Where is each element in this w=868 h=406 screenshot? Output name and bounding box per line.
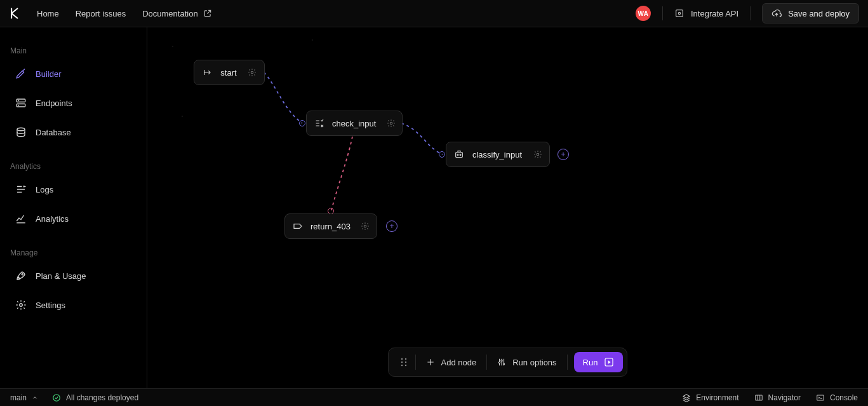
nav-home[interactable]: Home <box>37 9 59 18</box>
node-start[interactable]: start <box>194 60 265 85</box>
map-icon <box>754 393 763 402</box>
svg-point-6 <box>17 128 25 131</box>
svg-point-56 <box>458 154 459 156</box>
node-classify-input[interactable]: classify_input <box>446 142 550 167</box>
sidebar-item-builder[interactable]: Builder <box>0 59 147 88</box>
analytics-icon <box>15 213 27 224</box>
sliders-icon <box>497 358 506 367</box>
node-check-input[interactable]: check_input <box>306 111 403 136</box>
svg-point-4 <box>18 100 19 101</box>
add-output-port[interactable]: + <box>558 149 569 160</box>
gear-icon[interactable] <box>247 67 258 78</box>
sidebar-item-database[interactable]: Database <box>0 118 147 147</box>
gear-icon[interactable] <box>361 220 370 232</box>
branch-label: main <box>10 393 27 402</box>
svg-point-61 <box>404 358 406 360</box>
save-deploy-button[interactable]: Save and deploy <box>762 3 859 24</box>
topbar-right: WA Integrate API Save and deploy <box>636 3 859 24</box>
console-label: Console <box>830 393 858 402</box>
sidebar-item-label: Database <box>36 128 71 137</box>
plus-icon <box>426 358 435 367</box>
statusbar: main All changes deployed Environment Na… <box>0 388 868 406</box>
svg-point-59 <box>364 225 367 227</box>
add-node-button[interactable]: Add node <box>416 353 487 372</box>
sidebar-group-analytics: Analytics <box>0 156 147 175</box>
deploy-status-label: All changes deployed <box>66 393 138 402</box>
console-button[interactable]: Console <box>816 393 858 402</box>
svg-point-18 <box>182 116 183 117</box>
svg-point-54 <box>390 122 392 125</box>
sidebar-item-label: Logs <box>36 185 53 194</box>
builder-canvas[interactable]: start check_input classify_input <box>147 27 868 388</box>
svg-point-70 <box>53 394 60 401</box>
node-input-port[interactable] <box>439 151 445 158</box>
app-logo[interactable] <box>9 7 22 20</box>
drag-handle-icon[interactable] <box>392 352 415 372</box>
node-return-403[interactable]: return_403 <box>284 213 377 239</box>
run-label: Run <box>583 358 598 367</box>
gear-icon[interactable] <box>386 118 396 129</box>
svg-rect-71 <box>755 395 762 400</box>
svg-point-9 <box>172 46 173 47</box>
svg-point-57 <box>460 154 462 156</box>
sidebar-item-endpoints[interactable]: Endpoints <box>0 88 147 118</box>
cloud-upload-icon <box>771 8 782 18</box>
nav-documentation-label: Documentation <box>142 9 197 18</box>
sidebar-group-main: Main <box>0 40 147 59</box>
model-icon <box>454 149 465 160</box>
sidebar-item-label: Endpoints <box>36 98 72 108</box>
svg-point-5 <box>18 105 19 105</box>
sidebar-item-logs[interactable]: Logs <box>0 175 147 204</box>
run-options-button[interactable]: Run options <box>487 353 566 372</box>
svg-point-7 <box>22 274 23 275</box>
deploy-status: All changes deployed <box>52 393 138 402</box>
rocket-icon <box>15 270 27 281</box>
sidebar-item-analytics[interactable]: Analytics <box>0 204 147 233</box>
sidebar-item-plan-usage[interactable]: Plan & Usage <box>0 261 147 290</box>
logs-icon <box>15 184 27 195</box>
checklist-icon <box>314 118 324 129</box>
gear-icon <box>15 299 27 311</box>
nav-documentation[interactable]: Documentation <box>142 9 211 18</box>
avatar[interactable]: WA <box>636 6 651 21</box>
environment-label: Environment <box>696 393 738 402</box>
save-deploy-label: Save and deploy <box>788 9 850 18</box>
top-nav: Home Report issues Documentation <box>37 9 212 18</box>
svg-rect-0 <box>676 10 683 17</box>
navigator-label: Navigator <box>768 393 801 402</box>
node-label: return_403 <box>310 222 351 231</box>
canvas-toolbar: Add node Run options Run <box>388 348 628 377</box>
svg-point-8 <box>20 304 23 307</box>
svg-point-65 <box>404 365 406 366</box>
svg-point-62 <box>401 362 402 363</box>
svg-point-11 <box>312 39 313 41</box>
sidebar-item-label: Builder <box>36 69 61 79</box>
svg-point-67 <box>501 360 502 362</box>
add-node-label: Add node <box>441 358 477 367</box>
builder-icon <box>15 68 27 79</box>
svg-point-63 <box>404 362 406 363</box>
sidebar-item-label: Analytics <box>36 214 69 224</box>
endpoints-icon <box>15 97 27 109</box>
svg-point-68 <box>504 363 505 365</box>
api-icon <box>674 8 684 18</box>
svg-rect-55 <box>456 152 463 158</box>
add-output-port[interactable]: + <box>386 220 397 232</box>
sidebar-item-settings[interactable]: Settings <box>0 290 147 320</box>
navigator-button[interactable]: Navigator <box>754 393 801 402</box>
branch-selector[interactable]: main <box>10 393 38 402</box>
svg-rect-72 <box>817 395 824 400</box>
nav-report-issues[interactable]: Report issues <box>76 9 126 18</box>
environment-button[interactable]: Environment <box>682 393 738 402</box>
chevron-up-icon <box>32 395 38 401</box>
node-input-port[interactable] <box>299 120 305 126</box>
play-icon <box>604 357 614 367</box>
sidebar-item-label: Settings <box>36 301 65 310</box>
svg-point-58 <box>537 153 539 156</box>
tag-icon <box>293 220 303 232</box>
integrate-api-button[interactable]: Integrate API <box>674 8 738 18</box>
run-button[interactable]: Run <box>574 352 624 372</box>
main-area: Main Builder Endpoints Database Analytic… <box>0 27 868 388</box>
gear-icon[interactable] <box>532 149 543 160</box>
check-circle-icon <box>52 393 61 402</box>
